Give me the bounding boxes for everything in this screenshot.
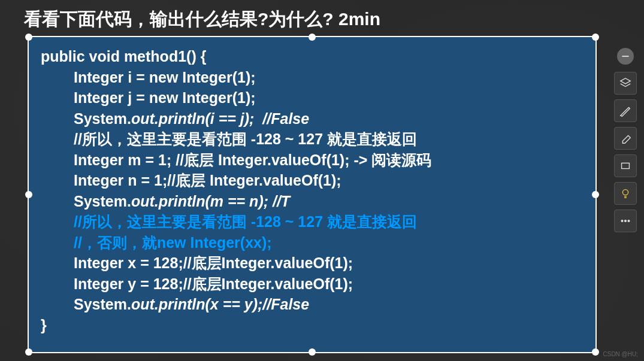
toolbar [614, 48, 637, 232]
pen-icon [619, 104, 632, 117]
dots-icon [619, 214, 632, 227]
code-line: //所以，这里主要是看范围 -128 ~ 127 就是直接返回 [41, 129, 583, 150]
rectangle-icon [619, 159, 632, 172]
code-line: Integer y = 128;//底层Integer.valueOf(1); [41, 274, 583, 295]
code-line: public void method1() { [41, 46, 583, 67]
code-line: Integer j = new Integer(1); [41, 87, 583, 108]
watermark: CSDN @HU; [603, 351, 639, 357]
resize-handle-br[interactable] [592, 348, 599, 356]
resize-handle-tm[interactable] [309, 34, 316, 41]
code-line: Integer x = 128;//底层Integer.valueOf(1); [41, 253, 583, 274]
resize-handle-mr[interactable] [592, 191, 599, 198]
resize-handle-bl[interactable] [25, 348, 32, 356]
pen-button[interactable] [614, 99, 637, 122]
svg-point-9 [628, 220, 630, 222]
code-line: System.out.println(x == y);//False [41, 294, 583, 315]
bulb-button[interactable] [614, 182, 637, 205]
svg-point-4 [622, 190, 628, 195]
code-line: Integer m = 1; //底层 Integer.valueOf(1); … [41, 150, 583, 171]
layers-icon [619, 77, 632, 90]
code-line: System.out.println(m == n); //T [41, 191, 583, 212]
eraser-button[interactable] [614, 127, 637, 150]
resize-handle-tl[interactable] [25, 34, 32, 41]
eraser-icon [619, 132, 632, 145]
minimize-button[interactable] [617, 48, 634, 65]
svg-point-8 [625, 220, 627, 222]
layers-button[interactable] [614, 72, 637, 95]
code-line: System.out.println(i == j); //False [41, 108, 583, 129]
minus-icon [619, 50, 632, 63]
code-line: Integer i = new Integer(1); [41, 67, 583, 88]
svg-marker-1 [621, 78, 631, 84]
code-line: } [41, 315, 583, 336]
page-title: 看看下面代码，输出什么结果?为什么? 2min [0, 0, 644, 37]
bulb-icon [619, 187, 632, 200]
code-line: Integer n = 1;//底层 Integer.valueOf(1); [41, 170, 583, 191]
resize-handle-tr[interactable] [592, 34, 599, 41]
resize-handle-ml[interactable] [25, 191, 32, 198]
svg-rect-3 [622, 163, 630, 168]
more-button[interactable] [614, 210, 637, 232]
resize-handle-bm[interactable] [309, 348, 316, 356]
code-line-highlight: //所以，这里主要是看范围 -128 ~ 127 就是直接返回 [41, 211, 583, 232]
shape-button[interactable] [614, 154, 637, 177]
code-line-highlight: //，否则，就new Integer(xx); [41, 232, 583, 253]
svg-marker-2 [622, 135, 630, 143]
svg-point-7 [621, 220, 623, 222]
code-textbox[interactable]: public void method1() { Integer i = new … [28, 36, 597, 353]
